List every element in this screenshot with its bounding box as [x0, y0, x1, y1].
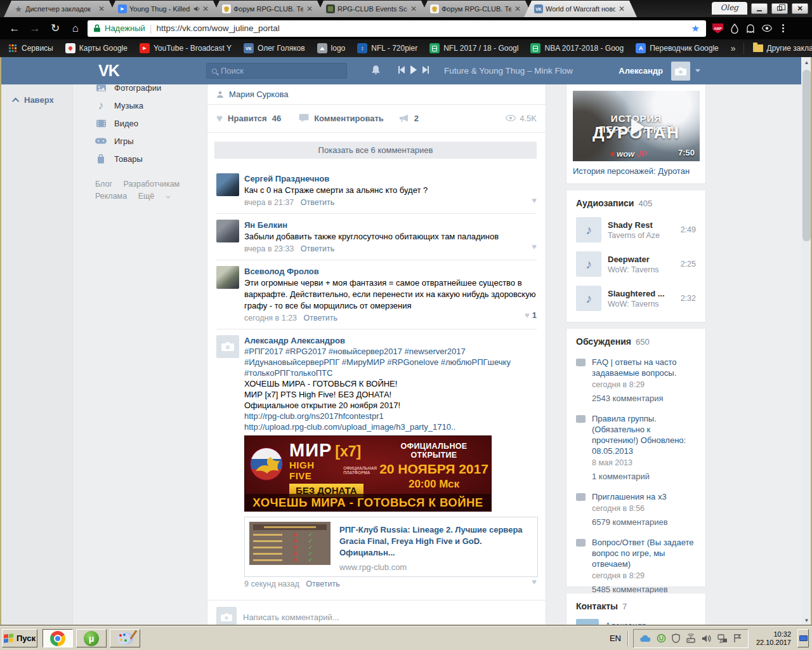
comment-author-link[interactable]: Александр Александров	[244, 335, 537, 346]
contacts-section-header[interactable]: Контакты7	[576, 601, 696, 611]
video-thumbnail[interactable]: ИСТОРИЯ ПЕРСОНАЖЕЙ ДУРОТАН 7:50 ✶ wowJP	[573, 91, 700, 161]
external-link[interactable]: http://upload.rpg-club.com/upload_image/…	[244, 421, 537, 432]
sidebar-item-photos[interactable]: Фотографии	[95, 84, 206, 96]
comment-author-link[interactable]: Сергей Празднечнов	[244, 173, 537, 184]
security-label[interactable]: Надежный	[105, 23, 145, 33]
bookmarks-overflow-chevron[interactable]: »	[731, 43, 735, 53]
tab-forum-rpg-club-1[interactable]: Форум RPG-CLUB. Тем ✕	[212, 1, 325, 17]
discussion-comments-count[interactable]: 5485 комментариев	[592, 585, 696, 594]
forward-button[interactable]: →	[27, 20, 43, 37]
other-bookmarks-button[interactable]: Другие закладки	[753, 44, 812, 53]
show-all-comments-button[interactable]: Показать все 6 комментариев	[214, 142, 537, 159]
video-title-link[interactable]: История персонажей: Дуротан	[573, 166, 699, 176]
reply-link[interactable]: Ответить	[301, 244, 334, 253]
tab-forum-rpg-club-2[interactable]: Форум RPG-CLUB. Тем ✕	[420, 1, 533, 17]
tray-flag-icon[interactable]	[733, 633, 742, 643]
footer-link-ads[interactable]: Реклама	[95, 192, 127, 201]
footer-link-developers[interactable]: Разработчикам	[124, 180, 180, 189]
discussion-comments-count[interactable]: 6579 комментариев	[592, 517, 668, 527]
discussion-comments-count[interactable]: 1 комментарий	[592, 472, 696, 481]
post-signer-name[interactable]: Мария Суркова	[229, 90, 288, 99]
audio-item[interactable]: ♪ Deepwater WoW: Taverns 2:25	[576, 251, 696, 277]
tray-shield-icon[interactable]	[672, 633, 680, 643]
url-text[interactable]: https://vk.com/wow_juline_portal	[156, 23, 686, 33]
discussion-title[interactable]: FAQ | ответы на часто задаваемые вопросы…	[592, 357, 696, 378]
tab-close-icon[interactable]: ✕	[618, 4, 625, 13]
link-preview-card[interactable]: ✕✓ ✕✓ ✕✓ ✕✓ ✕✓ РПГ-Клуб Russia: Lineage …	[244, 517, 538, 577]
reply-link[interactable]: Ответить	[301, 198, 334, 207]
tray-utorrent-icon[interactable]	[657, 633, 666, 643]
sidebar-item-music[interactable]: ♪ Музыка	[95, 96, 206, 114]
discussion-item[interactable]: Вопрос/Ответ (Вы задаете вопрос по игре,…	[576, 537, 696, 594]
restore-button[interactable]	[771, 3, 788, 14]
comment-button[interactable]: Комментировать	[299, 114, 384, 123]
extension-ghost-icon[interactable]	[746, 23, 755, 33]
discussion-item[interactable]: Приглашения на х3 сегодня в 8:56 6579 ко…	[576, 491, 696, 527]
discussion-item[interactable]: FAQ | ответы на часто задаваемые вопросы…	[576, 357, 696, 403]
bookmark-logo[interactable]: logo	[317, 43, 346, 53]
start-button[interactable]: Пуск	[2, 629, 37, 647]
address-bar[interactable]: Надежный | https://vk.com/wow_juline_por…	[88, 20, 706, 37]
avatar[interactable]	[216, 220, 239, 242]
tab-rpg-club-events[interactable]: RPG-CLUB Events Scree ✕	[316, 1, 429, 17]
repost-button[interactable]: 2	[399, 114, 419, 123]
close-button[interactable]: ✕	[792, 3, 808, 14]
like-button[interactable]: ♥ Нравится 46	[216, 113, 281, 124]
comment-like-button[interactable]: ♥ 1	[525, 310, 537, 320]
bookmark-google-maps[interactable]: Карты Google	[65, 43, 128, 53]
language-indicator[interactable]: EN	[603, 633, 627, 643]
taskbar-chrome-button[interactable]	[43, 629, 73, 647]
link-preview-title[interactable]: РПГ-Клуб Russia: Lineage 2. Лучшие серве…	[339, 524, 533, 559]
discussion-title[interactable]: Вопрос/Ответ (Вы задаете вопрос по игре,…	[592, 537, 696, 569]
hashtags-line[interactable]: #толькоРПГтолькоПТС	[244, 368, 537, 378]
player-play-icon[interactable]	[410, 65, 417, 74]
discussion-item[interactable]: Правила группы. (Обязательно к прочтению…	[576, 413, 696, 481]
reply-link[interactable]: Ответить	[304, 314, 337, 322]
tray-network-icon[interactable]	[717, 634, 728, 643]
taskbar-paint-button[interactable]	[110, 629, 140, 647]
avatar[interactable]	[216, 266, 239, 289]
discussion-comments-count[interactable]: 2543 комментария	[592, 394, 696, 403]
tray-router-icon[interactable]	[686, 633, 696, 643]
comment-like-button[interactable]: ♥	[532, 578, 537, 586]
adblock-extension-icon[interactable]: ABP 4	[712, 23, 723, 34]
bookmark-nba-sheet[interactable]: NBA 2017-2018 - Goog	[530, 43, 624, 53]
browser-menu-icon[interactable]	[779, 24, 787, 32]
hashtags-line[interactable]: #ИдунановыйсерверРПГ #МируМИР #RPGonelov…	[244, 357, 537, 368]
bookmark-vk-profile[interactable]: VK Олег Голяков	[244, 43, 305, 53]
discussion-title[interactable]: Правила группы. (Обязательно к прочтению…	[592, 413, 696, 456]
comment-author-link[interactable]: Всеволод Фролов	[244, 266, 537, 277]
back-to-top-button[interactable]: Наверх	[14, 95, 54, 105]
audio-item[interactable]: ♪ Shady Rest Taverns of Aze 2:49	[576, 217, 696, 242]
discussion-title[interactable]: Приглашения на х3	[592, 491, 668, 502]
bookmark-services[interactable]: Сервисы	[8, 43, 53, 53]
player-prev-icon[interactable]	[398, 66, 405, 74]
taskbar-utorrent-button[interactable]: µ	[76, 629, 107, 647]
now-playing-track[interactable]: Future & Young Thug – Mink Flow	[444, 66, 573, 76]
discussions-section-header[interactable]: Обсуждения650	[576, 336, 696, 347]
header-avatar[interactable]	[671, 62, 690, 81]
bookmark-nfl-720pier[interactable]: ↕ NFL - 720pier	[357, 43, 417, 53]
tab-bookmarks-manager[interactable]: ★ Диспетчер закладок ✕	[4, 1, 117, 17]
player-next-icon[interactable]	[422, 66, 429, 74]
avatar-placeholder[interactable]	[216, 335, 239, 358]
chrome-profile-badge[interactable]: Oleg	[712, 2, 747, 15]
tray-cloud-icon[interactable]	[640, 635, 651, 642]
notifications-bell-icon[interactable]	[370, 65, 382, 76]
vk-logo[interactable]: VK	[98, 62, 119, 80]
reload-button[interactable]: ↻	[47, 20, 63, 37]
sidebar-item-market[interactable]: Товары	[95, 150, 206, 168]
reply-link[interactable]: Ответить	[306, 580, 339, 588]
bookmark-youtube[interactable]: ▶ YouTube - Broadcast Y	[140, 43, 232, 53]
avatar[interactable]	[216, 173, 239, 196]
comment-like-button[interactable]: ♥	[532, 196, 537, 204]
bookmark-google-translate[interactable]: A Переводчик Google	[636, 43, 719, 53]
comment-input[interactable]: Написать комментарий...	[207, 600, 546, 626]
tab-close-icon[interactable]: ✕	[306, 4, 313, 13]
scrollbar-thumb[interactable]	[802, 70, 811, 241]
contact-name[interactable]: Александр Александров	[605, 621, 696, 626]
tray-volume-icon[interactable]	[702, 634, 712, 643]
footer-link-blog[interactable]: Блог	[95, 180, 112, 189]
search-input[interactable]: Поиск	[206, 63, 347, 79]
comment-like-button[interactable]: ♥	[532, 242, 537, 251]
